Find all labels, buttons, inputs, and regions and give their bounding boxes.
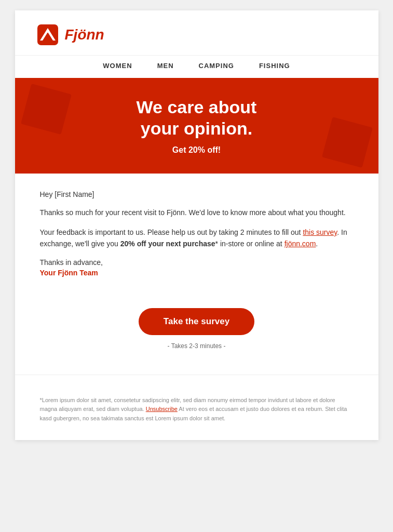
paragraph2-before: Your feedback is important to us. Please… bbox=[40, 228, 303, 236]
greeting: Hey [First Name] bbox=[40, 190, 354, 198]
paragraph2-end: . bbox=[316, 240, 318, 248]
email-container: Fjönn WOMEN MEN CAMPING FISHING We care … bbox=[15, 10, 378, 440]
nav-item-camping[interactable]: CAMPING bbox=[199, 62, 234, 70]
cta-section: Take the survey - Takes 2-3 minutes - bbox=[15, 294, 378, 354]
footer-disclaimer: *Lorem ipsum dolor sit amet, consetetur … bbox=[40, 396, 354, 423]
logo-icon bbox=[36, 23, 60, 47]
take-survey-button[interactable]: Take the survey bbox=[139, 308, 254, 335]
brand-name: Fjönn bbox=[65, 26, 104, 43]
cta-note: - Takes 2-3 minutes - bbox=[40, 342, 354, 350]
unsubscribe-link[interactable]: Unsubscribe bbox=[146, 406, 178, 412]
bold-offer: 20% off your next purchase bbox=[120, 240, 215, 248]
survey-link[interactable]: this survey bbox=[303, 228, 337, 236]
site-link[interactable]: fjönn.com bbox=[284, 240, 316, 248]
header: Fjönn bbox=[15, 10, 378, 55]
logo-wrapper: Fjönn bbox=[36, 23, 104, 47]
email-body: Hey [First Name] Thanks so much for your… bbox=[15, 174, 378, 294]
banner-title: We care aboutyour opinion. bbox=[46, 97, 347, 139]
navigation: WOMEN MEN CAMPING FISHING bbox=[15, 55, 378, 78]
nav-item-women[interactable]: WOMEN bbox=[103, 62, 132, 70]
banner-subtitle: Get 20% off! bbox=[46, 145, 347, 155]
footer: *Lorem ipsum dolor sit amet, consetetur … bbox=[15, 375, 378, 440]
svg-point-3 bbox=[46, 30, 49, 33]
nav-item-fishing[interactable]: FISHING bbox=[259, 62, 290, 70]
paragraph-2: Your feedback is important to us. Please… bbox=[40, 227, 354, 250]
paragraph-1: Thanks so much for your recent visit to … bbox=[40, 207, 354, 218]
paragraph2-after: * in-store or online at bbox=[215, 240, 284, 248]
thanks-line: Thanks in advance, bbox=[40, 258, 354, 267]
signature: Your Fjönn Team bbox=[40, 269, 354, 277]
nav-item-men[interactable]: MEN bbox=[157, 62, 174, 70]
hero-banner: We care aboutyour opinion. Get 20% off! bbox=[15, 78, 378, 174]
